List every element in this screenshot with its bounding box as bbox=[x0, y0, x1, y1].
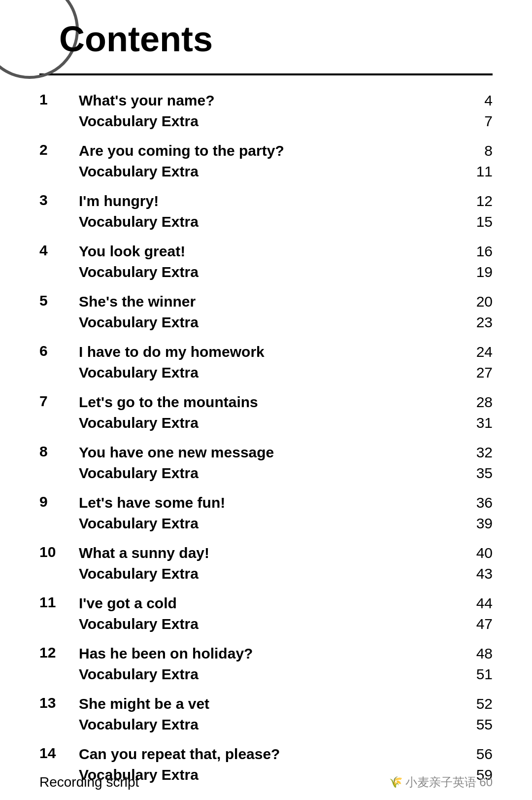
row-spacer bbox=[39, 534, 493, 543]
item-vocab-label: Vocabulary Extra bbox=[79, 111, 453, 132]
recording-script-label: Recording script bbox=[39, 774, 139, 790]
item-page-vocab: 35 bbox=[476, 463, 493, 484]
row-spacer bbox=[39, 735, 493, 744]
item-page-vocab: 27 bbox=[476, 362, 493, 383]
item-vocab-label: Vocabulary Extra bbox=[79, 312, 453, 333]
item-vocab-label: Vocabulary Extra bbox=[79, 161, 453, 182]
row-spacer bbox=[39, 333, 493, 342]
item-main-title: Let's go to the mountains bbox=[79, 392, 453, 413]
table-row: 12Has he been on holiday?Vocabulary Extr… bbox=[39, 643, 493, 694]
item-page-vocab: 31 bbox=[476, 413, 493, 433]
item-pages: 47 bbox=[453, 90, 493, 132]
list-item: 8You have one new messageVocabulary Extr… bbox=[39, 442, 493, 484]
list-item: 10What a sunny day!Vocabulary Extra4043 bbox=[39, 543, 493, 584]
list-item: 12Has he been on holiday?Vocabulary Extr… bbox=[39, 643, 493, 685]
item-page-vocab: 11 bbox=[476, 161, 493, 182]
item-page-main: 12 bbox=[476, 191, 493, 211]
table-row: 8You have one new messageVocabulary Extr… bbox=[39, 442, 493, 492]
item-page-vocab: 55 bbox=[476, 714, 493, 735]
item-page-main: 16 bbox=[476, 241, 493, 262]
page-title: Contents bbox=[59, 20, 493, 59]
page-container: Contents 1What's your name?Vocabulary Ex… bbox=[0, 0, 532, 800]
item-pages: 4043 bbox=[453, 543, 493, 584]
item-pages: 1619 bbox=[453, 241, 493, 282]
item-main-title: You have one new message bbox=[79, 442, 453, 463]
item-vocab-label: Vocabulary Extra bbox=[79, 563, 453, 584]
item-number: 3 bbox=[39, 191, 79, 209]
table-row: 3I'm hungry!Vocabulary Extra1215 bbox=[39, 191, 493, 241]
item-number: 12 bbox=[39, 643, 79, 661]
table-row: 6I have to do my homeworkVocabulary Extr… bbox=[39, 342, 493, 392]
row-spacer bbox=[39, 232, 493, 241]
item-pages: 3639 bbox=[453, 492, 493, 534]
item-number: 7 bbox=[39, 392, 79, 410]
list-item: 2Are you coming to the party?Vocabulary … bbox=[39, 140, 493, 182]
list-item: 7Let's go to the mountainsVocabulary Ext… bbox=[39, 392, 493, 433]
item-page-main: 8 bbox=[484, 140, 493, 161]
item-page-vocab: 19 bbox=[476, 262, 493, 282]
table-row: 7Let's go to the mountainsVocabulary Ext… bbox=[39, 392, 493, 442]
item-main-title: She might be a vet bbox=[79, 694, 453, 714]
table-row: 10What a sunny day!Vocabulary Extra4043 bbox=[39, 543, 493, 593]
item-page-main: 56 bbox=[476, 744, 493, 765]
item-number: 2 bbox=[39, 140, 79, 158]
item-pages: 5255 bbox=[453, 694, 493, 735]
item-page-main: 24 bbox=[476, 342, 493, 362]
item-number: 1 bbox=[39, 90, 79, 108]
item-page-main: 40 bbox=[476, 543, 493, 563]
item-vocab-label: Vocabulary Extra bbox=[79, 211, 453, 232]
table-row: 11I've got a coldVocabulary Extra4447 bbox=[39, 593, 493, 643]
item-pages: 4851 bbox=[453, 643, 493, 685]
item-number: 11 bbox=[39, 593, 79, 611]
row-spacer bbox=[39, 433, 493, 442]
item-vocab-label: Vocabulary Extra bbox=[79, 362, 453, 383]
list-item: 9Let's have some fun!Vocabulary Extra363… bbox=[39, 492, 493, 534]
item-main-title: Can you repeat that, please? bbox=[79, 744, 453, 765]
item-titles: I have to do my homeworkVocabulary Extra bbox=[79, 342, 453, 383]
item-main-title: You look great! bbox=[79, 241, 453, 262]
list-item: 6I have to do my homeworkVocabulary Extr… bbox=[39, 342, 493, 383]
header-section: Contents bbox=[0, 0, 532, 73]
row-spacer bbox=[39, 383, 493, 392]
item-main-title: Are you coming to the party? bbox=[79, 140, 453, 161]
item-titles: Let's go to the mountainsVocabulary Extr… bbox=[79, 392, 453, 433]
table-row: 9Let's have some fun!Vocabulary Extra363… bbox=[39, 492, 493, 543]
item-titles: Are you coming to the party?Vocabulary E… bbox=[79, 140, 453, 182]
item-page-vocab: 47 bbox=[476, 614, 493, 634]
item-page-main: 32 bbox=[476, 442, 493, 463]
list-item: 4You look great!Vocabulary Extra1619 bbox=[39, 241, 493, 282]
row-spacer bbox=[39, 634, 493, 643]
item-page-main: 4 bbox=[484, 90, 493, 111]
item-main-title: Let's have some fun! bbox=[79, 492, 453, 513]
contents-table: 1What's your name?Vocabulary Extra472Are… bbox=[0, 75, 532, 800]
item-titles: She's the winnerVocabulary Extra bbox=[79, 291, 453, 333]
row-spacer bbox=[39, 484, 493, 492]
item-pages: 1215 bbox=[453, 191, 493, 232]
table-row: 4You look great!Vocabulary Extra1619 bbox=[39, 241, 493, 291]
item-page-vocab: 43 bbox=[476, 563, 493, 584]
item-main-title: I've got a cold bbox=[79, 593, 453, 614]
item-page-main: 20 bbox=[476, 291, 493, 312]
item-vocab-label: Vocabulary Extra bbox=[79, 463, 453, 484]
item-pages: 2831 bbox=[453, 392, 493, 433]
row-spacer bbox=[39, 584, 493, 593]
item-page-main: 28 bbox=[476, 392, 493, 413]
item-titles: You have one new messageVocabulary Extra bbox=[79, 442, 453, 484]
item-pages: 2427 bbox=[453, 342, 493, 383]
item-vocab-label: Vocabulary Extra bbox=[79, 262, 453, 282]
watermark: 🌾 小麦亲子英语 60 bbox=[389, 774, 493, 790]
item-vocab-label: Vocabulary Extra bbox=[79, 513, 453, 534]
item-number: 4 bbox=[39, 241, 79, 259]
item-number: 6 bbox=[39, 342, 79, 359]
watermark-text: 小麦亲子英语 bbox=[405, 774, 476, 790]
item-pages: 811 bbox=[453, 140, 493, 182]
item-page-vocab: 23 bbox=[476, 312, 493, 333]
item-main-title: What a sunny day! bbox=[79, 543, 453, 563]
item-page-main: 52 bbox=[476, 694, 493, 714]
row-spacer bbox=[39, 282, 493, 291]
item-main-title: I have to do my homework bbox=[79, 342, 453, 362]
list-item: 13She might be a vetVocabulary Extra5255 bbox=[39, 694, 493, 735]
table-row: 1What's your name?Vocabulary Extra47 bbox=[39, 90, 493, 140]
item-pages: 4447 bbox=[453, 593, 493, 634]
item-titles: Let's have some fun!Vocabulary Extra bbox=[79, 492, 453, 534]
